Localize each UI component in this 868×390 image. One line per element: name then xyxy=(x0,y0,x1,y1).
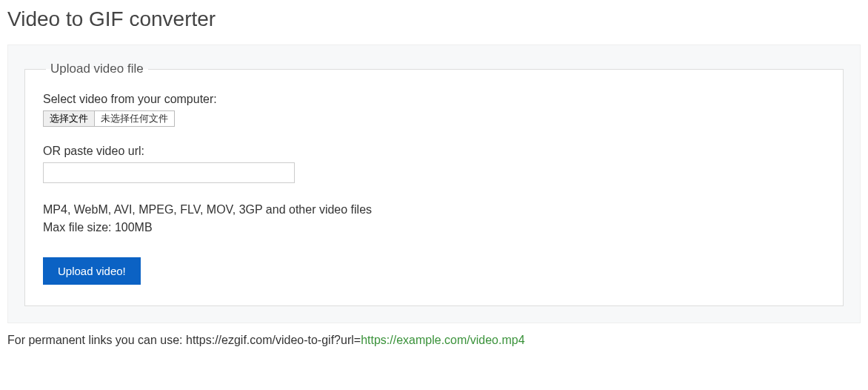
file-status-text: 未选择任何文件 xyxy=(95,110,174,127)
upload-panel: Upload video file Select video from your… xyxy=(7,44,861,323)
max-size-note: Max file size: 100MB xyxy=(43,219,825,237)
url-label: OR paste video url: xyxy=(43,145,825,158)
upload-legend: Upload video file xyxy=(46,62,148,76)
upload-fieldset: Upload video file Select video from your… xyxy=(24,62,844,306)
file-field-group: Select video from your computer: 选择文件 未选… xyxy=(43,93,825,127)
formats-note: MP4, WebM, AVI, MPEG, FLV, MOV, 3GP and … xyxy=(43,201,825,219)
upload-button[interactable]: Upload video! xyxy=(43,257,141,285)
choose-file-button[interactable]: 选择文件 xyxy=(44,111,95,126)
permalink-example-url: https://example.com/video.mp4 xyxy=(361,334,524,346)
url-field-group: OR paste video url: xyxy=(43,145,825,183)
video-url-input[interactable] xyxy=(43,162,295,183)
file-select-label: Select video from your computer: xyxy=(43,93,825,106)
permalink-hint: For permanent links you can use: https:/… xyxy=(7,334,861,347)
file-input[interactable]: 选择文件 未选择任何文件 xyxy=(43,110,175,127)
page-title: Video to GIF converter xyxy=(7,7,861,31)
permalink-prefix: For permanent links you can use: https:/… xyxy=(7,334,361,346)
